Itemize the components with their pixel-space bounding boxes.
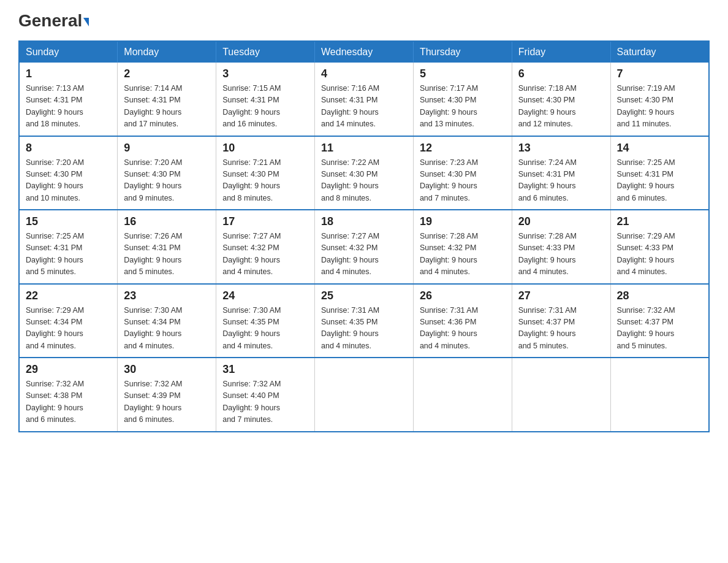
calendar-cell: 20 Sunrise: 7:28 AM Sunset: 4:33 PM Dayl…: [512, 210, 610, 284]
day-number: 26: [420, 289, 506, 302]
day-number: 29: [26, 363, 111, 376]
day-header-friday: Friday: [512, 41, 610, 63]
calendar-cell: [512, 358, 610, 432]
day-info: Sunrise: 7:28 AM Sunset: 4:33 PM Dayligh…: [518, 231, 604, 278]
calendar-cell: 19 Sunrise: 7:28 AM Sunset: 4:32 PM Dayl…: [413, 210, 512, 284]
calendar-cell: 1 Sunrise: 7:13 AM Sunset: 4:31 PM Dayli…: [19, 63, 118, 136]
day-header-thursday: Thursday: [413, 41, 512, 63]
day-number: 12: [420, 142, 506, 155]
day-number: 7: [617, 67, 702, 80]
day-number: 2: [124, 67, 210, 80]
day-number: 30: [124, 363, 210, 376]
day-info: Sunrise: 7:32 AM Sunset: 4:38 PM Dayligh…: [26, 378, 111, 426]
day-info: Sunrise: 7:32 AM Sunset: 4:40 PM Dayligh…: [222, 378, 308, 426]
day-number: 23: [124, 289, 210, 302]
day-info: Sunrise: 7:20 AM Sunset: 4:30 PM Dayligh…: [124, 157, 210, 205]
day-number: 18: [321, 215, 407, 228]
calendar-week-row: 29 Sunrise: 7:32 AM Sunset: 4:38 PM Dayl…: [19, 358, 709, 432]
calendar-week-row: 15 Sunrise: 7:25 AM Sunset: 4:31 PM Dayl…: [19, 210, 709, 284]
calendar-cell: 7 Sunrise: 7:19 AM Sunset: 4:30 PM Dayli…: [610, 63, 709, 136]
day-number: 24: [222, 289, 308, 302]
calendar-cell: 11 Sunrise: 7:22 AM Sunset: 4:30 PM Dayl…: [315, 136, 414, 210]
day-header-tuesday: Tuesday: [216, 41, 315, 63]
calendar-week-row: 1 Sunrise: 7:13 AM Sunset: 4:31 PM Dayli…: [19, 63, 709, 136]
calendar-cell: 28 Sunrise: 7:32 AM Sunset: 4:37 PM Dayl…: [610, 284, 709, 358]
day-info: Sunrise: 7:27 AM Sunset: 4:32 PM Dayligh…: [321, 231, 407, 278]
calendar-cell: 3 Sunrise: 7:15 AM Sunset: 4:31 PM Dayli…: [216, 63, 315, 136]
calendar-cell: 2 Sunrise: 7:14 AM Sunset: 4:31 PM Dayli…: [118, 63, 216, 136]
calendar-cell: 23 Sunrise: 7:30 AM Sunset: 4:34 PM Dayl…: [118, 284, 216, 358]
day-info: Sunrise: 7:26 AM Sunset: 4:31 PM Dayligh…: [124, 231, 210, 278]
calendar-cell: 29 Sunrise: 7:32 AM Sunset: 4:38 PM Dayl…: [19, 358, 118, 432]
day-number: 28: [617, 289, 702, 302]
day-number: 9: [124, 142, 210, 155]
day-header-wednesday: Wednesday: [315, 41, 414, 63]
day-info: Sunrise: 7:18 AM Sunset: 4:30 PM Dayligh…: [518, 83, 604, 131]
day-number: 22: [26, 289, 111, 302]
day-info: Sunrise: 7:14 AM Sunset: 4:31 PM Dayligh…: [124, 83, 210, 131]
calendar-cell: 14 Sunrise: 7:25 AM Sunset: 4:31 PM Dayl…: [610, 136, 709, 210]
day-info: Sunrise: 7:24 AM Sunset: 4:31 PM Dayligh…: [518, 157, 604, 205]
calendar-cell: 15 Sunrise: 7:25 AM Sunset: 4:31 PM Dayl…: [19, 210, 118, 284]
day-info: Sunrise: 7:15 AM Sunset: 4:31 PM Dayligh…: [222, 83, 308, 131]
day-number: 25: [321, 289, 407, 302]
day-number: 13: [518, 142, 604, 155]
day-number: 11: [321, 142, 407, 155]
day-info: Sunrise: 7:31 AM Sunset: 4:36 PM Dayligh…: [420, 305, 506, 353]
calendar-cell: [610, 358, 709, 432]
day-number: 16: [124, 215, 210, 228]
day-info: Sunrise: 7:28 AM Sunset: 4:32 PM Dayligh…: [420, 231, 506, 278]
calendar-week-row: 22 Sunrise: 7:29 AM Sunset: 4:34 PM Dayl…: [19, 284, 709, 358]
day-info: Sunrise: 7:27 AM Sunset: 4:32 PM Dayligh…: [222, 231, 308, 278]
day-header-saturday: Saturday: [610, 41, 709, 63]
day-number: 4: [321, 67, 407, 80]
day-info: Sunrise: 7:16 AM Sunset: 4:31 PM Dayligh…: [321, 83, 407, 131]
calendar-cell: 10 Sunrise: 7:21 AM Sunset: 4:30 PM Dayl…: [216, 136, 315, 210]
day-info: Sunrise: 7:13 AM Sunset: 4:31 PM Dayligh…: [26, 83, 111, 131]
day-number: 17: [222, 215, 308, 228]
day-number: 21: [617, 215, 702, 228]
calendar-cell: [315, 358, 414, 432]
calendar-cell: 18 Sunrise: 7:27 AM Sunset: 4:32 PM Dayl…: [315, 210, 414, 284]
calendar-cell: 31 Sunrise: 7:32 AM Sunset: 4:40 PM Dayl…: [216, 358, 315, 432]
calendar-cell: 24 Sunrise: 7:30 AM Sunset: 4:35 PM Dayl…: [216, 284, 315, 358]
day-number: 8: [26, 142, 111, 155]
day-info: Sunrise: 7:21 AM Sunset: 4:30 PM Dayligh…: [222, 157, 308, 205]
calendar-cell: [413, 358, 512, 432]
day-info: Sunrise: 7:25 AM Sunset: 4:31 PM Dayligh…: [26, 231, 111, 278]
calendar-cell: 4 Sunrise: 7:16 AM Sunset: 4:31 PM Dayli…: [315, 63, 414, 136]
calendar-cell: 8 Sunrise: 7:20 AM Sunset: 4:30 PM Dayli…: [19, 136, 118, 210]
calendar-cell: 12 Sunrise: 7:23 AM Sunset: 4:30 PM Dayl…: [413, 136, 512, 210]
day-info: Sunrise: 7:29 AM Sunset: 4:34 PM Dayligh…: [26, 305, 111, 353]
day-number: 1: [26, 67, 111, 80]
day-number: 10: [222, 142, 308, 155]
day-number: 27: [518, 289, 604, 302]
day-info: Sunrise: 7:29 AM Sunset: 4:33 PM Dayligh…: [617, 231, 702, 278]
logo-general: General: [18, 11, 82, 30]
day-number: 19: [420, 215, 506, 228]
calendar-cell: 5 Sunrise: 7:17 AM Sunset: 4:30 PM Dayli…: [413, 63, 512, 136]
calendar-cell: 22 Sunrise: 7:29 AM Sunset: 4:34 PM Dayl…: [19, 284, 118, 358]
logo-arrow-icon: [83, 18, 89, 26]
calendar-cell: 6 Sunrise: 7:18 AM Sunset: 4:30 PM Dayli…: [512, 63, 610, 136]
day-number: 3: [222, 67, 308, 80]
calendar-cell: 30 Sunrise: 7:32 AM Sunset: 4:39 PM Dayl…: [118, 358, 216, 432]
day-info: Sunrise: 7:19 AM Sunset: 4:30 PM Dayligh…: [617, 83, 702, 131]
day-info: Sunrise: 7:32 AM Sunset: 4:39 PM Dayligh…: [124, 378, 210, 426]
calendar-cell: 9 Sunrise: 7:20 AM Sunset: 4:30 PM Dayli…: [118, 136, 216, 210]
calendar-table: SundayMondayTuesdayWednesdayThursdayFrid…: [18, 40, 710, 432]
day-info: Sunrise: 7:22 AM Sunset: 4:30 PM Dayligh…: [321, 157, 407, 205]
calendar-cell: 16 Sunrise: 7:26 AM Sunset: 4:31 PM Dayl…: [118, 210, 216, 284]
calendar-header-row: SundayMondayTuesdayWednesdayThursdayFrid…: [19, 41, 709, 63]
day-info: Sunrise: 7:32 AM Sunset: 4:37 PM Dayligh…: [617, 305, 702, 353]
calendar-cell: 13 Sunrise: 7:24 AM Sunset: 4:31 PM Dayl…: [512, 136, 610, 210]
day-info: Sunrise: 7:30 AM Sunset: 4:35 PM Dayligh…: [222, 305, 308, 353]
day-info: Sunrise: 7:23 AM Sunset: 4:30 PM Dayligh…: [420, 157, 506, 205]
day-header-monday: Monday: [118, 41, 216, 63]
day-number: 15: [26, 215, 111, 228]
day-info: Sunrise: 7:25 AM Sunset: 4:31 PM Dayligh…: [617, 157, 702, 205]
day-info: Sunrise: 7:31 AM Sunset: 4:35 PM Dayligh…: [321, 305, 407, 353]
calendar-cell: 17 Sunrise: 7:27 AM Sunset: 4:32 PM Dayl…: [216, 210, 315, 284]
calendar-cell: 25 Sunrise: 7:31 AM Sunset: 4:35 PM Dayl…: [315, 284, 414, 358]
day-info: Sunrise: 7:31 AM Sunset: 4:37 PM Dayligh…: [518, 305, 604, 353]
